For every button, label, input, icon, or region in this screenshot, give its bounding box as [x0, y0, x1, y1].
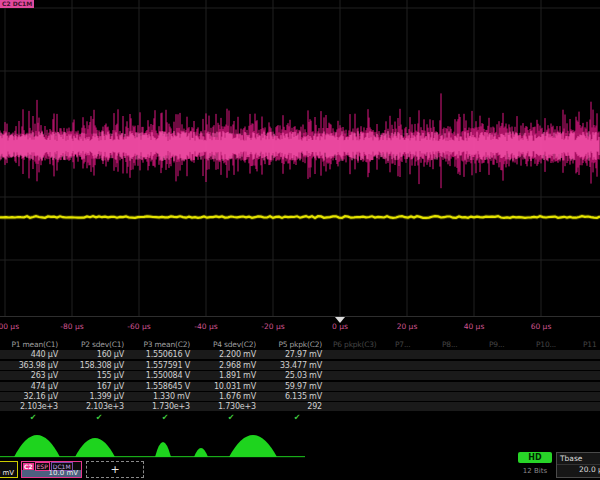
measurement-status-ok-icon: ✔ [198, 413, 264, 422]
waveform-display[interactable] [0, 0, 600, 318]
measurement-column-header[interactable]: P5 pkpk(C2) [264, 340, 330, 349]
measurement-value: 1.330 mV [132, 392, 198, 401]
measurement-value: 2.200 mV [198, 350, 264, 359]
add-channel-button[interactable]: + [86, 461, 144, 478]
channel-c2-label: C2 [23, 463, 34, 470]
measurement-column-header[interactable]: P4 sdev(C2) [198, 340, 264, 349]
measurement-value: 1.557591 V [132, 361, 198, 370]
measurement-column-header[interactable]: P6 pkpk(C3) [330, 340, 392, 349]
measurement-value: 167 µV [66, 382, 132, 391]
c2-esp-badge: ESP [35, 462, 50, 471]
measurement-value: 440 µV [0, 350, 66, 359]
histicon-peak [194, 448, 208, 457]
time-axis-label: -100 µs [0, 322, 19, 331]
time-axis-label: 0 µs [332, 322, 348, 331]
c2-volts-per-div: 10.0 mV [22, 470, 81, 477]
oscilloscope-screen: C2 DC1M -100 µs-80 µs-60 µs-40 µs-20 µs0… [0, 0, 600, 480]
measurement-column-header[interactable]: P1 mean(C1) [0, 340, 66, 349]
timebase-descriptor[interactable]: Tbase 20.0 µs/div [556, 452, 600, 478]
measurement-value: 1.550084 V [132, 371, 198, 380]
measurement-column-header[interactable]: P9... [486, 340, 533, 349]
measurement-column-header[interactable]: P3 mean(C2) [132, 340, 198, 349]
measurement-value: 32.16 µV [0, 392, 66, 401]
time-axis-label: -80 µs [60, 322, 83, 331]
measurement-column-header[interactable]: P7... [392, 340, 439, 349]
measurement-value: 2.103e+3 [0, 402, 66, 411]
trace-descriptor-badge[interactable]: C2 DC1M [0, 0, 34, 8]
measurement-value: 6.135 mV [264, 392, 330, 401]
measurement-status-ok-icon: ✔ [264, 413, 330, 422]
trigger-position-marker[interactable] [335, 317, 345, 323]
measurement-value: 1.730e+3 [198, 402, 264, 411]
measurement-column-header[interactable]: P8... [439, 340, 486, 349]
measurement-value: 1.676 mV [198, 392, 264, 401]
measurement-column-header[interactable]: P11 [580, 340, 600, 349]
time-axis-label: 40 µs [464, 322, 485, 331]
measurement-status-ok-icon: ✔ [132, 413, 198, 422]
measurement-value: 2.968 mV [198, 361, 264, 370]
timebase-value: 20.0 µs/div [557, 465, 600, 474]
measurement-value: 25.03 mV [264, 371, 330, 380]
graticule [0, 0, 600, 318]
measurement-value: 160 µV [66, 350, 132, 359]
histicon-peak [75, 438, 115, 457]
measurement-value: 1.550616 V [132, 350, 198, 359]
channel-c1-descriptor[interactable]: C1 DC1M 10.0 mV [0, 461, 18, 478]
measurement-column-header[interactable]: P2 sdev(C1) [66, 340, 132, 349]
bottom-toolbar: C1 DC1M 10.0 mV C2 ESP DC1M 10.0 mV + [0, 460, 600, 480]
measurement-value: 1.558645 V [132, 382, 198, 391]
measurement-value: 158.308 µV [66, 361, 132, 370]
measurement-table: P1 mean(C1)P2 sdev(C1)P3 mean(C2)P4 sdev… [0, 340, 600, 423]
hd-mode-badge[interactable]: HD [518, 452, 552, 463]
measurement-value: 33.477 mV [264, 361, 330, 370]
measurement-value: 27.97 mV [264, 350, 330, 359]
histicon-peak [14, 435, 60, 457]
measurement-value: 292 [264, 402, 330, 411]
measurement-histicons [0, 433, 600, 459]
measurement-status-ok-icon: ✔ [66, 413, 132, 422]
channel-c2-descriptor[interactable]: C2 ESP DC1M 10.0 mV [21, 461, 82, 478]
measurement-value: 155 µV [66, 371, 132, 380]
measurement-value: 1.891 mV [198, 371, 264, 380]
measurement-value: 263 µV [0, 371, 66, 380]
time-axis-label: -40 µs [194, 322, 217, 331]
time-axis-label: 20 µs [397, 322, 418, 331]
measurement-status-ok-icon: ✔ [0, 413, 66, 422]
time-axis: -100 µs-80 µs-60 µs-40 µs-20 µs0 µs20 µs… [0, 318, 600, 335]
measurement-value: 363.98 µV [0, 361, 66, 370]
measurement-value: 59.97 mV [264, 382, 330, 391]
time-axis-label: -60 µs [127, 322, 150, 331]
measurement-value: 10.031 mV [198, 382, 264, 391]
measurement-value: 474 µV [0, 382, 66, 391]
time-axis-label: -20 µs [261, 322, 284, 331]
measurement-value: 1.730e+3 [132, 402, 198, 411]
measurement-value: 1.399 µV [66, 392, 132, 401]
histicon-peak [229, 435, 277, 457]
time-axis-label: 60 µs [531, 322, 552, 331]
plus-icon: + [110, 463, 119, 476]
adc-bits-label: 12 Bits [518, 467, 552, 475]
measurement-value: 2.103e+3 [66, 402, 132, 411]
histicon-peak [155, 442, 171, 457]
c1-volts-per-div: 10.0 mV [0, 470, 17, 477]
measurement-column-header[interactable]: P10... [533, 340, 580, 349]
timebase-title: Tbase [557, 453, 600, 465]
